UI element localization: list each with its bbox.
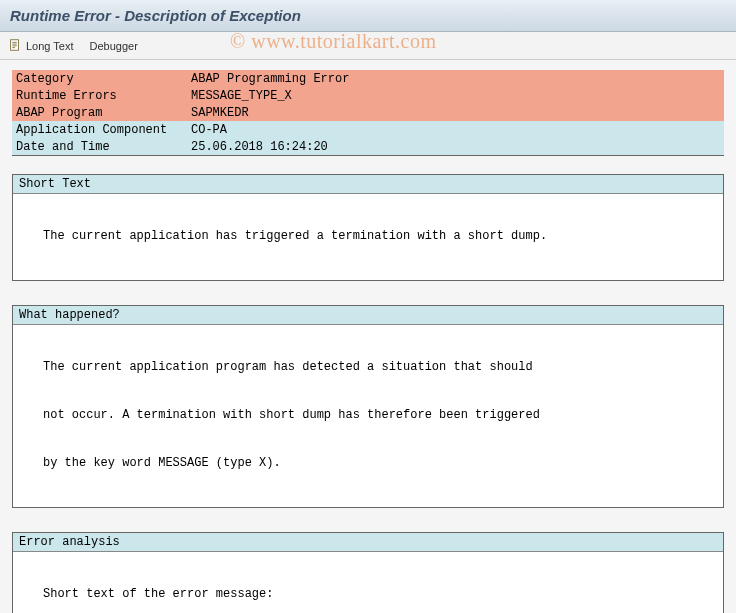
- text-line: The current application has triggered a …: [13, 228, 723, 244]
- meta-value: MESSAGE_TYPE_X: [187, 89, 292, 103]
- meta-value: SAPMKEDR: [187, 106, 249, 120]
- long-text-button[interactable]: Long Text: [8, 38, 74, 54]
- meta-label: Application Component: [12, 123, 187, 137]
- page-title: Runtime Error - Description of Exception: [10, 7, 301, 24]
- svg-rect-0: [11, 39, 19, 50]
- meta-row-datetime: Date and Time 25.06.2018 16:24:20: [12, 138, 724, 155]
- meta-table: Category ABAP Programming Error Runtime …: [12, 70, 724, 156]
- text-line: not occur. A termination with short dump…: [13, 407, 723, 423]
- meta-row-runtime-errors: Runtime Errors MESSAGE_TYPE_X: [12, 87, 724, 104]
- document-icon: [8, 38, 22, 54]
- meta-label: Runtime Errors: [12, 89, 187, 103]
- long-text-label: Long Text: [26, 40, 74, 52]
- meta-value: 25.06.2018 16:24:20: [187, 140, 328, 154]
- meta-value: ABAP Programming Error: [187, 72, 349, 86]
- meta-label: Category: [12, 72, 187, 86]
- text-line: by the key word MESSAGE (type X).: [13, 455, 723, 471]
- section-header: Error analysis: [13, 533, 723, 552]
- meta-label: ABAP Program: [12, 106, 187, 120]
- meta-label: Date and Time: [12, 140, 187, 154]
- text-line: The current application program has dete…: [13, 359, 723, 375]
- meta-row-category: Category ABAP Programming Error: [12, 70, 724, 87]
- section-what-happened: What happened? The current application p…: [12, 305, 724, 508]
- text-line: Short text of the error message:: [13, 586, 723, 602]
- content-area: Category ABAP Programming Error Runtime …: [0, 60, 736, 613]
- meta-value: CO-PA: [187, 123, 227, 137]
- section-body: Short text of the error message: System …: [13, 552, 723, 613]
- section-error-analysis: Error analysis Short text of the error m…: [12, 532, 724, 613]
- title-bar: Runtime Error - Description of Exception: [0, 0, 736, 32]
- section-short-text: Short Text The current application has t…: [12, 174, 724, 281]
- meta-row-abap-program: ABAP Program SAPMKEDR: [12, 104, 724, 121]
- section-header: What happened?: [13, 306, 723, 325]
- meta-row-app-component: Application Component CO-PA: [12, 121, 724, 138]
- section-header: Short Text: [13, 175, 723, 194]
- section-body: The current application has triggered a …: [13, 194, 723, 280]
- debugger-button[interactable]: Debugger: [90, 40, 138, 52]
- debugger-label: Debugger: [90, 40, 138, 52]
- toolbar: Long Text Debugger: [0, 32, 736, 60]
- section-body: The current application program has dete…: [13, 325, 723, 507]
